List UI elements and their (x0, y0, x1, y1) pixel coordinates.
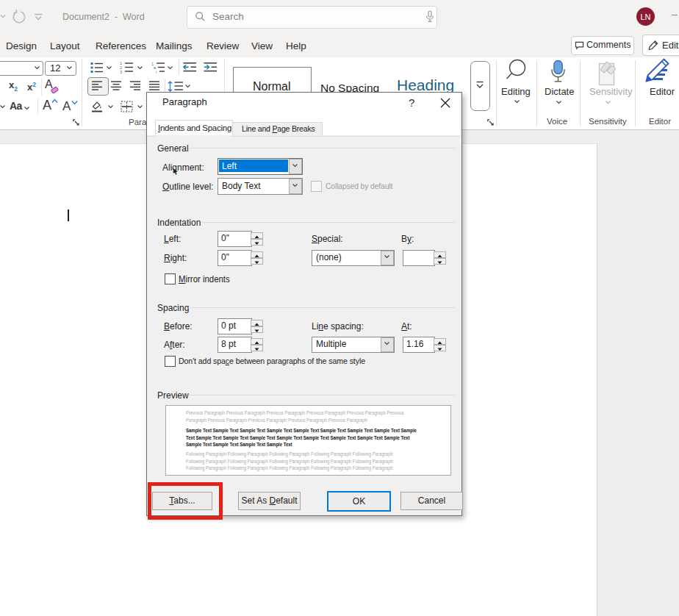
svg-text:i: i (156, 70, 157, 74)
svg-text:3: 3 (120, 70, 122, 74)
